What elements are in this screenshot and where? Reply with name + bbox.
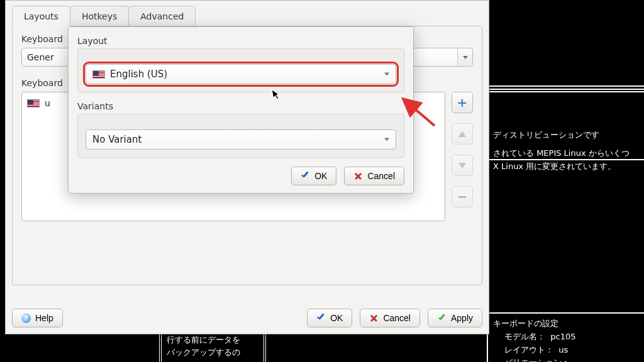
dialog-cancel-button[interactable]: Cancel xyxy=(344,167,404,185)
backdrop-kbd-layout-label: レイアウト： xyxy=(504,345,553,354)
flag-us-icon xyxy=(27,99,40,107)
layout-combo-value: English (US) xyxy=(110,69,167,80)
list-item-label: u xyxy=(45,98,50,108)
apply-button[interactable]: Apply xyxy=(428,309,482,327)
remove-layout-button[interactable] xyxy=(452,186,473,207)
ok-button[interactable]: OK xyxy=(307,309,352,327)
help-icon xyxy=(21,314,31,323)
cancel-icon xyxy=(369,314,379,323)
cancel-icon xyxy=(353,172,363,181)
backdrop-kbd-layout-value: us xyxy=(558,345,568,354)
tab-hotkeys[interactable]: Hotkeys xyxy=(70,6,129,26)
cancel-button-label: Cancel xyxy=(383,313,411,323)
arrow-down-icon xyxy=(458,163,466,168)
layout-group-label: Layout xyxy=(77,36,404,46)
ok-button-label: OK xyxy=(330,313,343,323)
dialog-ok-button[interactable]: OK xyxy=(291,167,336,185)
plus-icon: + xyxy=(457,96,468,109)
backdrop-panel-top: ディストリビューションです されている MEPIS Linux からいくつ X … xyxy=(487,91,644,160)
backdrop-panel-kbd: キーボードの設定 モデル名： pc105 レイアウト： us バリエーション： xyxy=(487,312,644,362)
backdrop-kbd-model-label: モデル名： xyxy=(504,332,545,341)
backdrop-text: されている MEPIS Linux からいくつ xyxy=(493,147,639,160)
add-layout-dialog: Layout English (US) Variants No Variant … xyxy=(68,26,414,194)
help-button-label: Help xyxy=(35,313,53,323)
backdrop-rule xyxy=(487,89,644,90)
chevron-down-icon xyxy=(384,73,389,76)
cancel-button[interactable]: Cancel xyxy=(360,309,420,327)
backdrop-rule xyxy=(487,85,644,87)
variants-combo-value: No Variant xyxy=(92,134,142,145)
dialog-ok-label: OK xyxy=(314,171,327,181)
window-button-bar: Help OK Cancel Apply xyxy=(12,309,482,327)
dialog-cancel-label: Cancel xyxy=(367,171,395,181)
flag-us-icon xyxy=(92,70,105,79)
backdrop-text: バックアップするの xyxy=(167,346,258,359)
chevron-down-icon xyxy=(463,56,468,59)
backdrop-text: X Linux 用に変更されています。 xyxy=(493,160,639,173)
backdrop-kbd-model-value: pc105 xyxy=(550,332,575,341)
tab-advanced[interactable]: Advanced xyxy=(128,6,196,26)
ok-icon xyxy=(301,172,310,181)
backdrop-kbd-title: キーボードの設定 xyxy=(493,317,639,331)
move-down-button[interactable] xyxy=(452,155,473,176)
backdrop-kbd-variant-label: バリエーション： xyxy=(504,358,570,362)
dialog-button-row: OK Cancel xyxy=(77,167,404,185)
help-button[interactable]: Help xyxy=(12,309,63,327)
keyboard-model-value: Gener xyxy=(27,52,54,62)
apply-icon xyxy=(437,314,447,323)
move-up-button[interactable] xyxy=(452,123,473,145)
arrow-up-icon xyxy=(458,131,466,137)
minus-icon xyxy=(458,196,466,198)
backdrop-text: 行する前にデータを xyxy=(167,334,258,346)
variants-combo[interactable]: No Variant xyxy=(86,129,396,150)
tab-bar: Layouts Hotkeys Advanced xyxy=(6,1,489,26)
chevron-down-icon xyxy=(384,138,389,141)
layout-side-buttons: + xyxy=(452,92,473,207)
add-layout-button[interactable]: + xyxy=(452,92,473,113)
ok-icon xyxy=(316,314,326,323)
layout-group: Layout English (US) xyxy=(77,36,404,92)
layout-combo[interactable]: English (US) xyxy=(86,64,396,84)
variants-group: Variants No Variant xyxy=(77,101,404,158)
variants-group-label: Variants xyxy=(77,101,404,111)
keyboard-model-drop-button[interactable] xyxy=(457,48,472,66)
apply-button-label: Apply xyxy=(451,313,473,323)
backdrop-text: ディストリビューションです xyxy=(493,129,639,142)
tab-layouts[interactable]: Layouts xyxy=(12,6,70,26)
